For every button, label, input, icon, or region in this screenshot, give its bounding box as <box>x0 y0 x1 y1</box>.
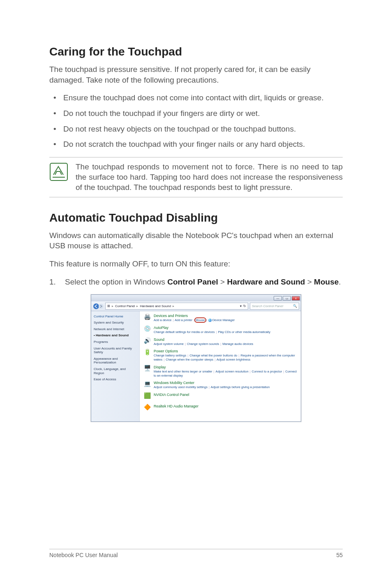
category-links: Change default settings for media or dev… <box>154 330 297 334</box>
list-item: Do not rest heavy objects on the touchpa… <box>52 124 343 134</box>
category-links: Make text and other items larger or smal… <box>154 370 297 378</box>
category-row: 🔶Realtek HD Audio Manager <box>143 404 297 412</box>
category-sublink[interactable]: Make text and other items larger or smal… <box>154 370 212 373</box>
category-sublink[interactable]: Add a printer <box>175 318 192 322</box>
category-links: Add a device|Add a printer|Mouse|Device … <box>154 318 297 322</box>
category-sublink[interactable]: Change what the power buttons do <box>189 354 237 357</box>
category-sublink[interactable]: Manage audio devices <box>222 342 253 346</box>
search-box[interactable]: Search Control Panel 🔍 <box>250 303 299 310</box>
category-icon: 🖨️ <box>143 314 151 322</box>
heading-auto-disable: Automatic Touchpad Disabling <box>49 211 343 224</box>
category-title-link[interactable]: Power Options <box>154 349 297 353</box>
category-row: 🖨️Devices and PrintersAdd a device|Add a… <box>143 314 297 322</box>
link-separator: | <box>283 370 284 373</box>
category-links: Change battery settings|Change what the … <box>154 354 297 362</box>
breadcrumb-part[interactable]: Control Panel <box>115 304 135 308</box>
category-sublink[interactable]: Adjust settings before giving a presenta… <box>211 385 270 389</box>
step-number: 1. <box>49 277 56 287</box>
category-title-link[interactable]: NVIDIA Control Panel <box>154 393 297 397</box>
page-number: 55 <box>336 552 343 558</box>
link-separator: | <box>214 358 215 361</box>
link-separator: | <box>194 318 194 322</box>
sidebar-item[interactable]: System and Security <box>94 321 137 325</box>
sidebar-home-link[interactable]: Control Panel Home <box>94 315 137 318</box>
search-icon: 🔍 <box>293 304 297 308</box>
auto-para-2: This feature is normally OFF, to turn ON… <box>49 259 343 269</box>
category-row: 🖥️DisplayMake text and other items large… <box>143 365 297 378</box>
maximize-button[interactable]: ▭ <box>283 296 291 301</box>
category-sublink[interactable]: Adjust commonly used mobility settings <box>154 385 208 389</box>
step-bold-1: Control Panel <box>167 278 218 286</box>
category-sublink[interactable]: Change when the computer sleeps <box>166 358 213 361</box>
category-sublink[interactable]: Play CDs or other media automatically <box>218 330 270 334</box>
breadcrumb-dropdown-icon[interactable]: ▾ <box>240 304 242 308</box>
category-row: 💿AutoPlayChange default settings for med… <box>143 326 297 334</box>
step-gt-2: > <box>305 278 314 286</box>
category-title-link[interactable]: Devices and Printers <box>154 314 297 318</box>
link-separator: | <box>216 330 217 334</box>
category-sublink[interactable]: Connect to a projector <box>252 370 282 373</box>
category-sublink[interactable]: Mouse <box>196 318 205 322</box>
minimize-button[interactable]: — <box>274 296 282 301</box>
link-separator: | <box>173 318 173 322</box>
sidebar-item[interactable]: User Accounts and Family Safety <box>94 347 137 354</box>
breadcrumb-icon: ⊞ <box>107 304 110 308</box>
breadcrumb-sep: ▸ <box>136 304 138 308</box>
category-title-link[interactable]: Realtek HD Audio Manager <box>154 404 297 408</box>
category-title-link[interactable]: Sound <box>154 338 297 342</box>
category-sublink[interactable]: Add a device <box>154 318 171 322</box>
category-links: Adjust system volume|Change system sound… <box>154 342 297 346</box>
sidebar-item[interactable]: Ease of Access <box>94 377 137 382</box>
list-item: Do not scratch the touchpad with your fi… <box>52 139 343 150</box>
step-bold-2: Hardware and Sound <box>227 278 305 286</box>
main-panel: 🖨️Devices and PrintersAdd a device|Add a… <box>140 311 301 421</box>
category-sublink[interactable]: Adjust screen brightness <box>217 358 250 361</box>
category-sublink[interactable]: Change battery settings <box>154 354 186 357</box>
sidebar-item[interactable]: Programs <box>94 340 137 344</box>
close-button[interactable]: x <box>292 296 300 301</box>
breadcrumb-part[interactable]: Hardware and Sound <box>140 304 171 308</box>
category-icon: 🔊 <box>143 338 151 346</box>
breadcrumb-bar[interactable]: ⊞ ▸ Control Panel ▸ Hardware and Sound ▸… <box>105 303 248 310</box>
category-sublink[interactable]: Adjust screen resolution <box>216 370 249 373</box>
sidebar-item[interactable]: Appearance and Personalization <box>94 357 137 365</box>
link-separator: | <box>250 370 251 373</box>
step-text-pre: Select the option in Windows <box>65 278 167 286</box>
auto-para-1: Windows can automatically disable the No… <box>49 230 343 251</box>
category-title-link[interactable]: AutoPlay <box>154 326 297 330</box>
category-sublink[interactable]: Device Manager <box>208 318 235 322</box>
breadcrumb-sep: ▸ <box>173 304 174 308</box>
link-separator: | <box>214 370 214 373</box>
titlebar: — ▭ x <box>91 295 301 301</box>
category-title-link[interactable]: Display <box>154 365 297 369</box>
link-separator: | <box>220 342 221 346</box>
category-title-link[interactable]: Windows Mobility Center <box>154 381 297 385</box>
sidebar-item[interactable]: Network and Internet <box>94 327 137 331</box>
sidebar-item[interactable]: Clock, Language, and Region <box>94 367 137 375</box>
step-post: . <box>339 278 341 286</box>
svg-point-1 <box>93 303 99 309</box>
device-manager-icon <box>208 319 212 322</box>
back-forward-buttons[interactable] <box>93 303 104 310</box>
step-bold-3: Mouse <box>314 278 339 286</box>
category-icon: 💻 <box>143 381 151 389</box>
svg-point-2 <box>99 304 104 309</box>
step-item: 1. Select the option in Windows Control … <box>49 277 343 287</box>
link-separator: | <box>187 354 188 357</box>
refresh-icon[interactable]: ↻ <box>243 304 246 308</box>
window-body: Control Panel Home System and SecurityNe… <box>91 311 301 421</box>
category-icon: 🔋 <box>143 349 151 357</box>
category-sublink[interactable]: Change system sounds <box>187 342 219 346</box>
category-sublink[interactable]: Change default settings for media or dev… <box>154 330 214 334</box>
sidebar-item[interactable]: Hardware and Sound <box>94 333 137 338</box>
list-item: Ensure the touchpad does not come into c… <box>52 93 343 103</box>
category-icon: 🖥️ <box>143 365 151 373</box>
category-icon: 🔶 <box>143 404 151 412</box>
step-gt-1: > <box>218 278 227 286</box>
link-separator: | <box>206 318 207 322</box>
category-row: 💻Windows Mobility CenterAdjust commonly … <box>143 381 297 389</box>
note-icon <box>49 162 68 181</box>
category-sublink[interactable]: Adjust system volume <box>154 342 184 346</box>
category-links: Adjust commonly used mobility settings|A… <box>154 385 297 389</box>
category-icon: 🟩 <box>143 393 151 401</box>
